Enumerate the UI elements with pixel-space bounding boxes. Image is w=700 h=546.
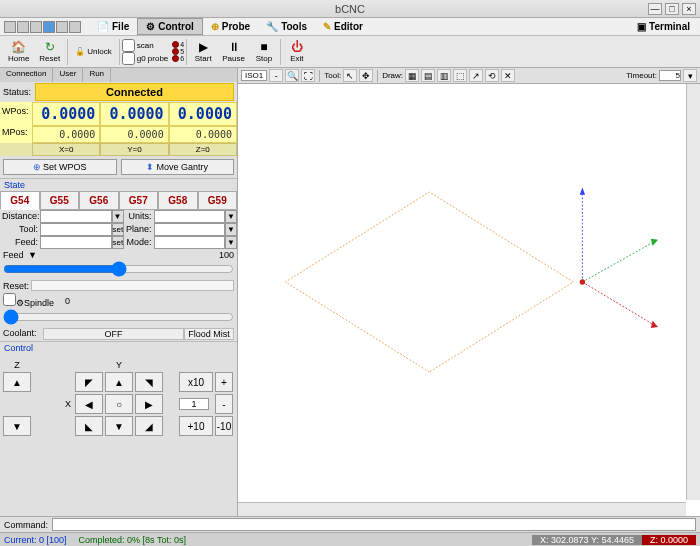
view-iso[interactable]: ISO1	[241, 70, 267, 81]
zoom-out-icon[interactable]: -	[269, 69, 283, 82]
tool-select-icon[interactable]: ↖	[343, 69, 357, 82]
redo-icon[interactable]	[69, 21, 81, 33]
jog-center[interactable]: ○	[105, 394, 133, 414]
jog-z-up[interactable]: ▲	[3, 372, 31, 392]
draw-6-icon[interactable]: ⟲	[485, 69, 499, 82]
maximize-button[interactable]: □	[665, 3, 679, 15]
jog-x-left[interactable]: ◀	[75, 394, 103, 414]
g0probe-checkbox[interactable]: g0 probe	[122, 52, 169, 65]
draw-2-icon[interactable]: ▤	[421, 69, 435, 82]
mode-dd[interactable]: ▼	[225, 236, 237, 249]
stop-button[interactable]: ■Stop	[250, 38, 278, 65]
coolant-off[interactable]: OFF	[43, 328, 184, 340]
units-dd[interactable]: ▼	[225, 210, 237, 223]
distance-input[interactable]	[40, 210, 112, 223]
step-plus[interactable]: +	[215, 372, 233, 392]
distance-dd[interactable]: ▼	[112, 210, 124, 223]
draw-1-icon[interactable]: ▦	[405, 69, 419, 82]
close-button[interactable]: ×	[682, 3, 696, 15]
draw-4-icon[interactable]: ⬚	[453, 69, 467, 82]
coolant-flood-mist[interactable]: Flood Mist	[184, 328, 234, 340]
tool-move-icon[interactable]: ✥	[359, 69, 373, 82]
save-icon[interactable]	[30, 21, 42, 33]
viewport[interactable]	[238, 84, 700, 516]
minimize-button[interactable]: —	[648, 3, 662, 15]
step-minus[interactable]: -	[215, 394, 233, 414]
menu-tools[interactable]: 🔧Tools	[258, 19, 315, 34]
jog-y-down[interactable]: ▼	[105, 416, 133, 436]
feed-reset-slider[interactable]	[31, 280, 234, 291]
jog-se[interactable]: ◢	[135, 416, 163, 436]
units-input[interactable]	[154, 210, 226, 223]
new-icon[interactable]	[4, 21, 16, 33]
jog-ne[interactable]: ◥	[135, 372, 163, 392]
zoom-in-icon[interactable]: 🔍	[285, 69, 299, 82]
zoom-fit-icon[interactable]: ⛶	[301, 69, 315, 82]
draw-5-icon[interactable]: ↗	[469, 69, 483, 82]
jog-sw[interactable]: ◣	[75, 416, 103, 436]
feed-input[interactable]	[40, 236, 112, 249]
jog-z-down[interactable]: ▼	[3, 416, 31, 436]
plane-dd[interactable]: ▼	[225, 223, 237, 236]
start-button[interactable]: ▶Start	[189, 38, 217, 65]
reset-button[interactable]: ↻Reset	[34, 38, 65, 65]
move-gantry-button[interactable]: ⬍Move Gantry	[121, 159, 235, 175]
horizontal-scrollbar[interactable]	[238, 502, 686, 516]
sidebar-tab-connection[interactable]: Connection	[0, 68, 53, 82]
axis-y-btn[interactable]: Y=0	[100, 143, 168, 156]
led-5	[172, 48, 179, 55]
pause-button[interactable]: ⏸Pause	[217, 38, 250, 65]
saveall-icon[interactable]	[43, 21, 55, 33]
feed-dd[interactable]: ▼	[26, 250, 40, 260]
sidebar-tab-run[interactable]: Run	[83, 68, 111, 82]
unlock-button[interactable]: 🔓Unlock	[70, 45, 116, 58]
tool-input[interactable]	[40, 223, 112, 236]
wpos-x[interactable]: 0.0000	[32, 102, 100, 126]
draw-7-icon[interactable]: ✕	[501, 69, 515, 82]
mode-input[interactable]	[154, 236, 226, 249]
axis-x-btn[interactable]: X=0	[32, 143, 100, 156]
step-input[interactable]	[179, 398, 209, 410]
timeout-dd[interactable]: ▾	[683, 69, 697, 82]
menu-probe[interactable]: ⊕Probe	[203, 19, 258, 34]
wcs-g57[interactable]: G57	[119, 191, 159, 210]
jog-x-right[interactable]: ▶	[135, 394, 163, 414]
jog-nw[interactable]: ◤	[75, 372, 103, 392]
step-minus10[interactable]: -10	[215, 416, 233, 436]
x-axis-line	[582, 282, 654, 325]
menu-control[interactable]: ⚙Control	[137, 18, 203, 35]
draw-3-icon[interactable]: ▥	[437, 69, 451, 82]
control-icon: ⚙	[146, 21, 155, 32]
set-wpos-button[interactable]: ⊕Set WPOS	[3, 159, 117, 175]
wcs-g55[interactable]: G55	[40, 191, 80, 210]
feed-set[interactable]: set	[112, 236, 124, 249]
wcs-g59[interactable]: G59	[198, 191, 238, 210]
spindle-icon: ⚙	[16, 298, 24, 308]
scan-checkbox[interactable]: scan	[122, 39, 169, 52]
open-icon[interactable]	[17, 21, 29, 33]
timeout-input[interactable]	[659, 70, 681, 81]
home-button[interactable]: 🏠Home	[3, 38, 34, 65]
spindle-slider[interactable]	[3, 309, 234, 325]
wpos-y[interactable]: 0.0000	[100, 102, 168, 126]
feed-slider[interactable]	[3, 261, 234, 277]
menu-editor[interactable]: ✎Editor	[315, 19, 371, 34]
plane-input[interactable]	[154, 223, 226, 236]
wcs-g54[interactable]: G54	[0, 191, 40, 210]
step-plus10[interactable]: +10	[179, 416, 213, 436]
menu-file[interactable]: 📄File	[89, 19, 137, 34]
tool-set[interactable]: set	[112, 223, 124, 236]
command-input[interactable]	[52, 518, 696, 531]
vertical-scrollbar[interactable]	[686, 84, 700, 500]
spindle-checkbox[interactable]: ⚙Spindle	[3, 293, 54, 308]
wpos-z[interactable]: 0.0000	[169, 102, 237, 126]
menu-terminal[interactable]: ▣Terminal	[631, 19, 696, 34]
wcs-g58[interactable]: G58	[158, 191, 198, 210]
undo-icon[interactable]	[56, 21, 68, 33]
sidebar-tab-user[interactable]: User	[53, 68, 83, 82]
wcs-g56[interactable]: G56	[79, 191, 119, 210]
step-mult[interactable]: x10	[179, 372, 213, 392]
exit-button[interactable]: ⏻Exit	[283, 38, 311, 65]
jog-y-up[interactable]: ▲	[105, 372, 133, 392]
axis-z-btn[interactable]: Z=0	[169, 143, 237, 156]
